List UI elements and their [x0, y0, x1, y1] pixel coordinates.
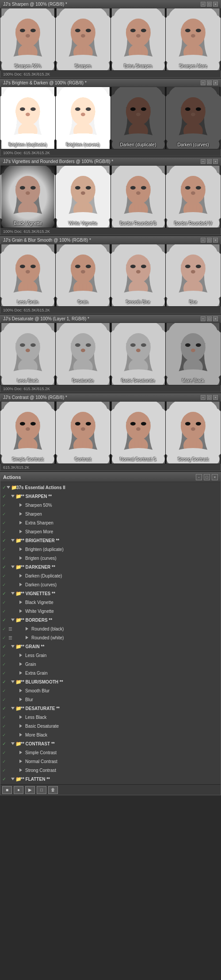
image-cell-3[interactable]: Blur: [166, 244, 221, 306]
action-item[interactable]: ✓Sharpen 50%: [0, 501, 221, 509]
image-cell-1[interactable]: Sharpen: [56, 8, 111, 70]
photo-placeholder: Grain: [56, 244, 110, 306]
action-item[interactable]: ✓Less Grain: [0, 651, 221, 660]
image-cell-0[interactable]: Black Vignette: [0, 166, 56, 228]
svg-rect-181: [32, 283, 34, 291]
image-cell-0[interactable]: Brighten (duplicate): [0, 87, 56, 149]
image-cell-1[interactable]: Grain: [56, 244, 111, 306]
play-button[interactable]: ▶: [25, 786, 35, 794]
maximize-button[interactable]: □: [207, 395, 212, 400]
action-item[interactable]: ✓📁** FLATTEN **: [0, 775, 221, 783]
action-item[interactable]: ✓Strong Contrast: [0, 766, 221, 775]
maximize-button[interactable]: □: [207, 80, 212, 85]
maximize-button[interactable]: □: [207, 238, 212, 243]
folder-icon: 📁: [8, 484, 15, 491]
action-item[interactable]: ✓Darken (curves): [0, 580, 221, 589]
action-item[interactable]: ✓☰Rounded (white): [0, 633, 221, 642]
action-item[interactable]: ✓📁** CONTRAST **: [0, 739, 221, 748]
close-button[interactable]: ×: [213, 80, 218, 85]
minimize-button[interactable]: −: [201, 238, 206, 243]
image-cell-3[interactable]: Strong Contrast: [166, 402, 221, 463]
minimize-button[interactable]: −: [201, 2, 206, 7]
svg-point-257: [126, 333, 150, 361]
image-cell-0[interactable]: Sharpen 50%: [0, 8, 56, 70]
action-item[interactable]: ✓Grain: [0, 660, 221, 669]
image-cell-0[interactable]: Less Black: [0, 323, 56, 385]
image-cell-2[interactable]: Border Rounded B: [111, 166, 166, 228]
action-item[interactable]: ✓More Black: [0, 730, 221, 739]
image-cell-2[interactable]: Smooth Blur: [111, 244, 166, 306]
action-item[interactable]: ✓Extra Grain: [0, 669, 221, 677]
close-button[interactable]: ×: [213, 159, 218, 164]
image-cell-3[interactable]: More Black: [166, 323, 221, 385]
action-item[interactable]: ✓Blur: [0, 695, 221, 704]
action-item[interactable]: ✓White Vignette: [0, 607, 221, 615]
panel-minimize-btn[interactable]: -: [196, 474, 202, 480]
action-item[interactable]: ✓Black Vignette: [0, 598, 221, 607]
close-button[interactable]: ×: [213, 2, 218, 7]
action-item[interactable]: ✓Simple Contrast: [0, 748, 221, 757]
action-item[interactable]: ✓Darken (Duplicate): [0, 571, 221, 580]
new-action-button[interactable]: □: [37, 786, 46, 794]
svg-point-176: [26, 270, 30, 273]
action-item[interactable]: ✓Sharpen: [0, 509, 221, 518]
action-item[interactable]: ✓Brigten (curves): [0, 554, 221, 562]
image-cell-0[interactable]: Simple Contrast: [0, 402, 56, 463]
image-cell-1[interactable]: Contrast: [56, 402, 111, 463]
action-item[interactable]: ✓📁** VIGNETTES **: [0, 589, 221, 598]
action-item[interactable]: ✓📁** GRAIN **: [0, 642, 221, 651]
action-item[interactable]: ✓Extra Sharpen: [0, 518, 221, 527]
close-button[interactable]: ×: [213, 238, 218, 243]
action-item[interactable]: ✓📁** BORDERS **: [0, 615, 221, 624]
image-cell-2[interactable]: Basic Desaturate: [111, 323, 166, 385]
action-item[interactable]: ✓Basic Desaturate: [0, 722, 221, 730]
image-cell-1[interactable]: White Vignette: [56, 166, 111, 228]
delete-button[interactable]: 🗑: [48, 786, 58, 794]
svg-rect-180: [28, 283, 31, 291]
image-cell-2[interactable]: Darken (duplicate): [111, 87, 166, 149]
action-item[interactable]: ✓Sharpen More: [0, 527, 221, 536]
image-cell-1[interactable]: Brighten (curves): [56, 87, 111, 149]
svg-rect-67: [28, 126, 31, 134]
svg-point-327: [181, 412, 206, 440]
action-item[interactable]: ✓📁** SHARPEN **: [0, 492, 221, 501]
folder-icon: 📁: [13, 775, 20, 782]
image-cell-3[interactable]: Sharpen More: [166, 8, 221, 70]
action-item[interactable]: ✓📁** BRIGHTENER **: [0, 536, 221, 545]
stop-button[interactable]: ■: [2, 786, 12, 794]
action-item[interactable]: ✓📁** DARKENER **: [0, 562, 221, 571]
image-cell-3[interactable]: Darken (curves): [166, 87, 221, 149]
minimize-button[interactable]: −: [201, 80, 206, 85]
image-cell-3[interactable]: Border Rounded W: [166, 166, 221, 228]
close-button[interactable]: ×: [213, 316, 218, 321]
record-button[interactable]: ●: [14, 786, 23, 794]
maximize-button[interactable]: □: [207, 2, 212, 7]
action-item[interactable]: ✓📁37s Essential Actions II: [0, 483, 221, 492]
action-item[interactable]: ✓📁** BLUR/SMOOTH **: [0, 677, 221, 686]
action-item[interactable]: ✓Brighten (duplicate): [0, 545, 221, 554]
image-label: Contrast: [56, 456, 110, 463]
image-cell-2[interactable]: Extra Sharpen: [111, 8, 166, 70]
action-label: Simple Contrast: [25, 750, 219, 755]
image-cell-1[interactable]: Desaturate: [56, 323, 111, 385]
image-cell-2[interactable]: Normal Contrast S: [111, 402, 166, 463]
minimize-button[interactable]: −: [201, 316, 206, 321]
panel-close-btn[interactable]: ×: [212, 474, 218, 480]
panel-maximize-btn[interactable]: □: [204, 474, 210, 480]
minimize-button[interactable]: −: [201, 159, 206, 164]
maximize-button[interactable]: □: [207, 159, 212, 164]
action-item[interactable]: ✓📁** DESATURATE **: [0, 704, 221, 713]
svg-point-244: [75, 343, 80, 347]
close-button[interactable]: ×: [213, 395, 218, 400]
action-arrow-icon: [17, 696, 24, 703]
svg-rect-209: [142, 283, 145, 291]
photo-placeholder: Brighten (duplicate): [0, 87, 55, 149]
action-item[interactable]: ✓Smooth Blur: [0, 686, 221, 695]
minimize-button[interactable]: −: [201, 395, 206, 400]
action-item[interactable]: ✓☰Rounded (black): [0, 624, 221, 633]
maximize-button[interactable]: □: [207, 316, 212, 321]
action-label: Grain: [25, 662, 219, 667]
image-cell-0[interactable]: Less Grain: [0, 244, 56, 306]
action-item[interactable]: ✓Normal Contrast: [0, 757, 221, 766]
action-item[interactable]: ✓Less Black: [0, 713, 221, 722]
